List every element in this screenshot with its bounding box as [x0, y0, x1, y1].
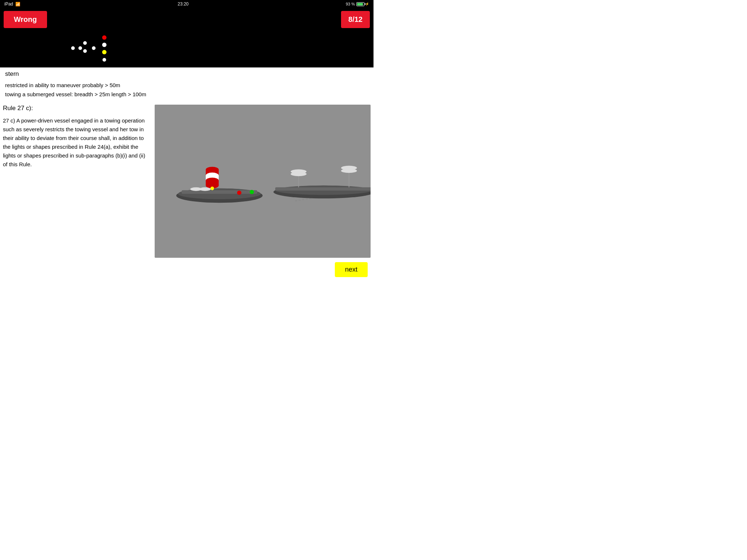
vessel-svg	[155, 105, 371, 258]
device-label: iPad	[4, 1, 13, 7]
light-yellow-mid	[102, 50, 107, 54]
light-white-1	[71, 46, 75, 50]
status-left: iPad 📶	[4, 1, 20, 7]
status-bar: iPad 📶 23:20 93 % ⚡	[0, 0, 374, 8]
content-area: stern restricted in ability to maneuver …	[0, 67, 374, 102]
header: Wrong 8/12	[0, 8, 374, 31]
light-white-mid	[102, 43, 107, 47]
battery-percent: 93 %	[346, 2, 355, 6]
text-section: Rule 27 c): 27 c) A power-driven vessel …	[3, 105, 149, 258]
main-section: Rule 27 c): 27 c) A power-driven vessel …	[0, 105, 374, 258]
charging-bolt-icon: ⚡	[365, 2, 369, 6]
status-right: 93 % ⚡	[346, 2, 369, 6]
light-white-4	[92, 46, 96, 50]
light-white-2	[78, 46, 82, 50]
rule-title: Rule 27 c):	[3, 105, 149, 112]
rule-text: 27 c) A power-driven vessel engaged in a…	[3, 116, 149, 169]
light-white-3-top	[83, 41, 87, 45]
battery-fill	[357, 3, 363, 5]
footer: next	[0, 258, 374, 280]
svg-rect-19	[275, 187, 371, 191]
svg-rect-2	[182, 190, 257, 194]
light-white-bot	[102, 58, 106, 62]
diagram-area	[0, 31, 374, 67]
next-button[interactable]: next	[335, 262, 368, 277]
svg-point-25	[341, 168, 357, 173]
battery-bar	[356, 2, 364, 6]
svg-point-13	[237, 191, 241, 195]
stern-label: stern	[5, 70, 368, 78]
battery-container: ⚡	[356, 2, 369, 6]
time-label: 23:20	[178, 1, 189, 7]
score-button[interactable]: 8/12	[341, 11, 370, 28]
wifi-icon: 📶	[15, 2, 20, 7]
light-white-3-bot	[83, 49, 87, 53]
svg-point-12	[249, 190, 254, 194]
illustration-area	[155, 105, 371, 258]
svg-point-15	[199, 187, 211, 191]
svg-point-22	[291, 172, 306, 176]
wrong-button[interactable]: Wrong	[4, 11, 47, 28]
light-red-top	[102, 35, 107, 40]
svg-point-11	[210, 187, 214, 190]
description-line1: restricted in ability to maneuver probab…	[5, 81, 368, 89]
lights-container	[0, 31, 374, 67]
description-line2: towing a submerged vessel: breadth > 25m…	[5, 90, 368, 98]
